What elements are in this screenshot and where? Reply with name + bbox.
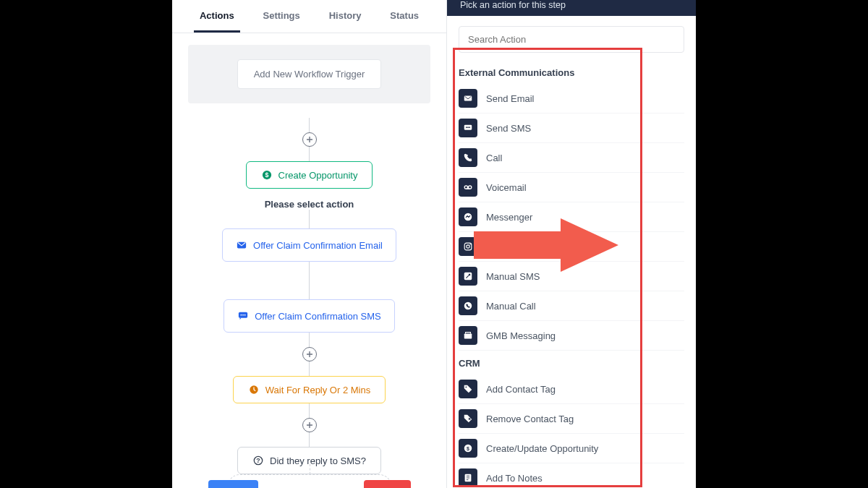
node-label: Offer Claim Confirmation SMS [255, 311, 381, 322]
node-label: Offer Claim Confirmation Email [253, 240, 383, 251]
help-icon: ? [252, 455, 264, 466]
tab-actions[interactable]: Actions [194, 0, 240, 33]
action-label: Add Contact Tag [486, 384, 556, 395]
plus-icon [306, 136, 313, 143]
action-label: Send SMS [486, 123, 531, 134]
action-picker-panel: Pick an action for this step External Co… [447, 0, 696, 488]
action-list[interactable]: External CommunicationsSend EmailSend SM… [447, 60, 696, 488]
node-wait[interactable]: Wait For Reply Or 2 Mins [233, 376, 386, 403]
svg-point-6 [244, 314, 246, 316]
instagram-icon [459, 237, 477, 256]
svg-text:?: ? [256, 457, 260, 464]
messenger-icon [459, 207, 477, 226]
action-item-manual-sms[interactable]: Manual SMS [459, 262, 684, 291]
workflow-builder: Actions Settings History Status Add New … [172, 0, 696, 488]
plus-icon [306, 421, 313, 429]
node-create-opportunity[interactable]: $ Create Opportunity [246, 161, 373, 189]
dollar-icon: $ [261, 169, 273, 181]
action-item-manual-call[interactable]: Manual Call [459, 291, 684, 321]
node-offer-sms[interactable]: Offer Claim Confirmation SMS [224, 299, 395, 333]
panel-title: Pick an action for this step [447, 0, 696, 16]
svg-point-20 [467, 245, 469, 248]
sms-icon [237, 310, 249, 322]
branch-yes[interactable]: Yes [208, 480, 258, 488]
manual-call-icon [459, 296, 477, 315]
action-item-phone[interactable]: Call [459, 143, 684, 173]
select-action-prompt: Please select action [265, 199, 354, 210]
node-label: Wait For Reply Or 2 Mins [265, 385, 370, 395]
svg-point-25 [466, 387, 467, 388]
branch-no[interactable]: No [364, 480, 411, 488]
action-label: Remove Contact Tag [486, 414, 574, 424]
svg-point-4 [241, 314, 242, 316]
action-item-gmb[interactable]: GMB Messaging [459, 321, 684, 351]
tab-bar: Actions Settings History Status [172, 0, 446, 33]
action-label: GMB Messaging [486, 330, 556, 341]
mail-icon [236, 239, 247, 251]
svg-point-14 [469, 127, 470, 128]
action-item-messenger[interactable]: Messenger [459, 202, 684, 232]
action-item-instagram[interactable]: Instagram DM [459, 232, 684, 262]
action-label: Instagram DM [486, 241, 545, 252]
action-label: Manual SMS [486, 271, 540, 282]
action-item-tag[interactable]: Add Contact Tag [459, 374, 684, 404]
action-label: Create/Update Opportunity [486, 443, 598, 454]
phone-icon [459, 148, 477, 167]
action-item-sms[interactable]: Send SMS [459, 114, 684, 143]
action-item-opportunity[interactable]: $Create/Update Opportunity [459, 434, 684, 463]
tab-history[interactable]: History [323, 0, 367, 33]
tag-remove-icon [459, 409, 477, 428]
action-item-voicemail[interactable]: Voicemail [459, 173, 684, 202]
svg-point-12 [466, 127, 467, 128]
action-item-mail[interactable]: Send Email [459, 84, 684, 114]
svg-text:$: $ [467, 446, 469, 452]
tag-icon [459, 380, 477, 398]
workflow-flow: $ Create Opportunity Please select actio… [172, 115, 446, 488]
manual-sms-icon [459, 267, 477, 286]
svg-rect-24 [464, 333, 472, 338]
node-offer-email[interactable]: Offer Claim Confirmation Email [222, 228, 396, 262]
plus-icon [306, 351, 313, 358]
svg-text:$: $ [265, 171, 268, 179]
voicemail-icon [459, 178, 477, 197]
section-title: CRM [459, 351, 684, 374]
section-title: External Communications [459, 60, 684, 84]
action-label: Send Email [486, 93, 534, 104]
tab-status[interactable]: Status [384, 0, 425, 33]
action-label: Voicemail [486, 182, 527, 193]
action-label: Add To Notes [486, 473, 542, 484]
add-trigger-button[interactable]: Add New Workflow Trigger [237, 59, 382, 89]
add-step-button[interactable] [302, 418, 317, 432]
action-item-notes[interactable]: Add To Notes [459, 463, 684, 488]
trigger-zone: Add New Workflow Trigger [188, 45, 430, 103]
opportunity-icon: $ [459, 439, 477, 458]
search-input[interactable] [459, 26, 684, 53]
workflow-canvas: Actions Settings History Status Add New … [172, 0, 447, 488]
action-item-tag-remove[interactable]: Remove Contact Tag [459, 404, 684, 434]
mail-icon [459, 89, 477, 108]
svg-point-13 [467, 127, 469, 128]
add-step-button[interactable] [302, 132, 317, 147]
sms-icon [459, 119, 477, 137]
add-step-button[interactable] [302, 347, 317, 361]
node-label: Did they reply to SMS? [270, 455, 366, 466]
tab-settings[interactable]: Settings [257, 0, 305, 33]
action-label: Call [486, 153, 502, 163]
action-label: Messenger [486, 212, 532, 223]
notes-icon [459, 468, 477, 487]
branch: Yes No [208, 480, 411, 488]
clock-icon [248, 384, 260, 395]
node-label: Create Opportunity [278, 170, 358, 181]
svg-point-5 [242, 314, 244, 316]
svg-point-21 [469, 244, 470, 244]
action-label: Manual Call [486, 301, 536, 312]
gmb-icon [459, 326, 477, 345]
